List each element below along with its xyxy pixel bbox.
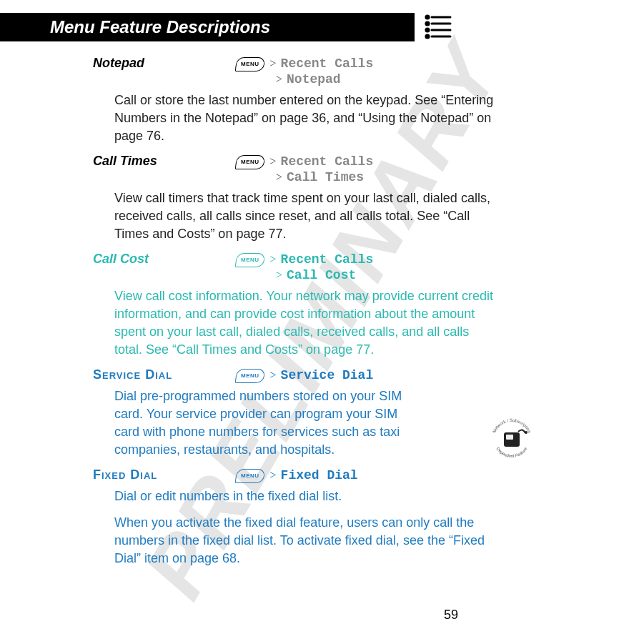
crumb-text: Call Cost bbox=[287, 267, 356, 283]
crumb-text: Recent Calls bbox=[281, 154, 374, 169]
chevron-right-icon: > bbox=[276, 169, 282, 185]
breadcrumb-servicedial: MENU > Service Dial bbox=[236, 367, 373, 383]
svg-text:Dependent Feature: Dependent Feature bbox=[495, 446, 527, 458]
breadcrumb-fixeddial: MENU > Fixed Dial bbox=[236, 467, 358, 483]
svg-point-12 bbox=[525, 431, 527, 434]
menu-key-icon: MENU bbox=[235, 57, 265, 71]
crumb-text: Fixed Dial bbox=[281, 467, 358, 483]
page-title: Menu Feature Descriptions bbox=[50, 17, 270, 37]
svg-point-0 bbox=[426, 16, 429, 19]
section-label-servicedial: Service Dial bbox=[93, 367, 236, 382]
section-body: Call or store the last number entered on… bbox=[114, 91, 500, 145]
section-fixeddial: Fixed Dial MENU > Fixed Dial Dial or edi… bbox=[93, 467, 500, 568]
section-callcost: Call Cost MENU > Recent Calls > Call Cos… bbox=[93, 252, 500, 359]
chevron-right-icon: > bbox=[270, 467, 277, 483]
breadcrumb-callcost: MENU > Recent Calls > Call Cost bbox=[236, 252, 373, 283]
breadcrumb-calltimes: MENU > Recent Calls > Call Times bbox=[236, 154, 373, 185]
menu-key-icon: MENU bbox=[235, 469, 265, 483]
content-area: Notepad MENU > Recent Calls > Notepad Ca… bbox=[93, 56, 500, 576]
section-body: When you activate the fixed dial feature… bbox=[114, 514, 500, 568]
chevron-right-icon: > bbox=[270, 56, 277, 71]
crumb-text: Recent Calls bbox=[281, 56, 374, 71]
menu-key-icon: MENU bbox=[235, 369, 265, 383]
page-number: 59 bbox=[444, 608, 458, 623]
network-subscription-badge-icon: Network / Subscription Dependent Feature bbox=[487, 415, 537, 465]
chevron-right-icon: > bbox=[270, 252, 277, 267]
svg-point-2 bbox=[426, 22, 429, 25]
chevron-right-icon: > bbox=[270, 154, 277, 169]
menu-key-icon: MENU bbox=[235, 155, 265, 169]
svg-point-4 bbox=[426, 29, 429, 31]
chevron-right-icon: > bbox=[276, 71, 282, 87]
chevron-right-icon: > bbox=[270, 367, 277, 383]
section-body: Dial or edit numbers in the fixed dial l… bbox=[114, 487, 500, 505]
breadcrumb-notepad: MENU > Recent Calls > Notepad bbox=[236, 56, 373, 87]
menu-key-icon: MENU bbox=[235, 253, 265, 267]
section-label-notepad: Notepad bbox=[93, 56, 236, 71]
chevron-right-icon: > bbox=[276, 267, 282, 283]
section-label-calltimes: Call Times bbox=[93, 154, 236, 169]
header-bar: Menu Feature Descriptions bbox=[0, 13, 415, 41]
section-body: Dial pre-programmed numbers stored on yo… bbox=[114, 387, 422, 459]
svg-rect-11 bbox=[506, 435, 513, 440]
svg-point-6 bbox=[426, 35, 429, 38]
section-label-fixeddial: Fixed Dial bbox=[93, 467, 236, 482]
crumb-text: Service Dial bbox=[281, 367, 374, 383]
crumb-text: Call Times bbox=[287, 169, 364, 185]
crumb-text: Recent Calls bbox=[281, 252, 374, 267]
list-icon bbox=[423, 13, 452, 41]
section-body: View call timers that track time spent o… bbox=[114, 189, 500, 243]
section-calltimes: Call Times MENU > Recent Calls > Call Ti… bbox=[93, 154, 500, 243]
section-label-callcost: Call Cost bbox=[93, 252, 236, 267]
section-notepad: Notepad MENU > Recent Calls > Notepad Ca… bbox=[93, 56, 500, 145]
crumb-text: Notepad bbox=[287, 71, 341, 87]
section-body: View call cost information. Your network… bbox=[114, 287, 500, 359]
section-servicedial: Service Dial MENU > Service Dial Dial pr… bbox=[93, 367, 500, 459]
